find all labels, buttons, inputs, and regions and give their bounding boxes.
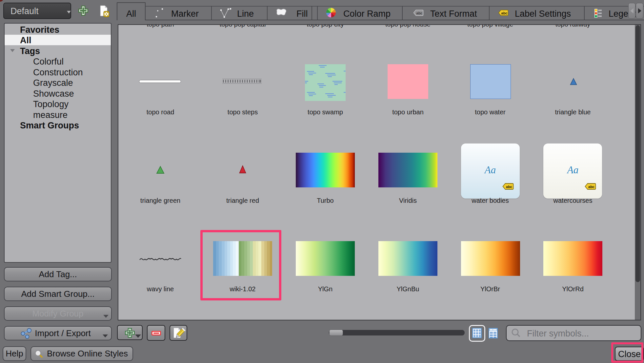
svg-text:abc: abc — [501, 11, 508, 15]
svg-text:abc: abc — [506, 185, 512, 189]
svg-text:abc: abc — [416, 11, 423, 15]
svg-text:abc: abc — [588, 185, 594, 189]
